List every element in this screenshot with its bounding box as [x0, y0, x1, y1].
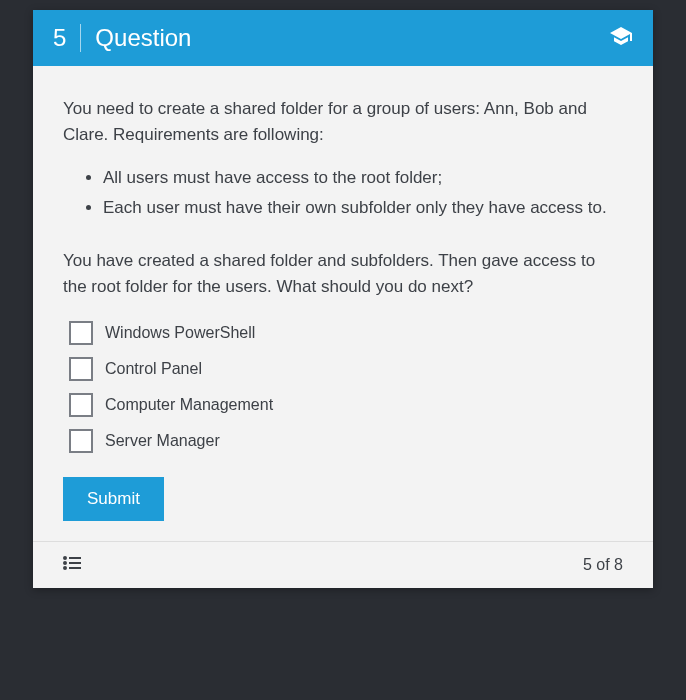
option-label: Computer Management [105, 393, 273, 417]
option-row[interactable]: Server Manager [69, 429, 623, 453]
option-row[interactable]: Control Panel [69, 357, 623, 381]
question-title: Question [95, 24, 191, 52]
option-label: Server Manager [105, 429, 220, 453]
footer: 5 of 8 [33, 541, 653, 588]
checkbox[interactable] [69, 429, 93, 453]
question-body: You need to create a shared folder for a… [33, 66, 653, 541]
checkbox[interactable] [69, 393, 93, 417]
options-list: Windows PowerShell Control Panel Compute… [69, 321, 623, 453]
option-label: Control Panel [105, 357, 202, 381]
checkbox[interactable] [69, 357, 93, 381]
requirement-item: All users must have access to the root f… [103, 165, 623, 191]
option-label: Windows PowerShell [105, 321, 255, 345]
option-row[interactable]: Computer Management [69, 393, 623, 417]
question-followup: You have created a shared folder and sub… [63, 248, 623, 299]
checkbox[interactable] [69, 321, 93, 345]
question-intro: You need to create a shared folder for a… [63, 96, 623, 147]
question-header: 5 Question [33, 10, 653, 66]
graduation-cap-icon [609, 24, 633, 52]
question-card: 5 Question You need to create a shared f… [33, 10, 653, 588]
svg-point-0 [64, 557, 66, 559]
requirement-item: Each user must have their own subfolder … [103, 195, 623, 221]
list-icon[interactable] [63, 556, 81, 574]
question-number: 5 [53, 24, 81, 52]
option-row[interactable]: Windows PowerShell [69, 321, 623, 345]
requirements-list: All users must have access to the root f… [103, 165, 623, 220]
header-left: 5 Question [53, 24, 191, 52]
submit-button[interactable]: Submit [63, 477, 164, 521]
svg-point-2 [64, 562, 66, 564]
svg-point-4 [64, 567, 66, 569]
progress-text: 5 of 8 [583, 556, 623, 574]
